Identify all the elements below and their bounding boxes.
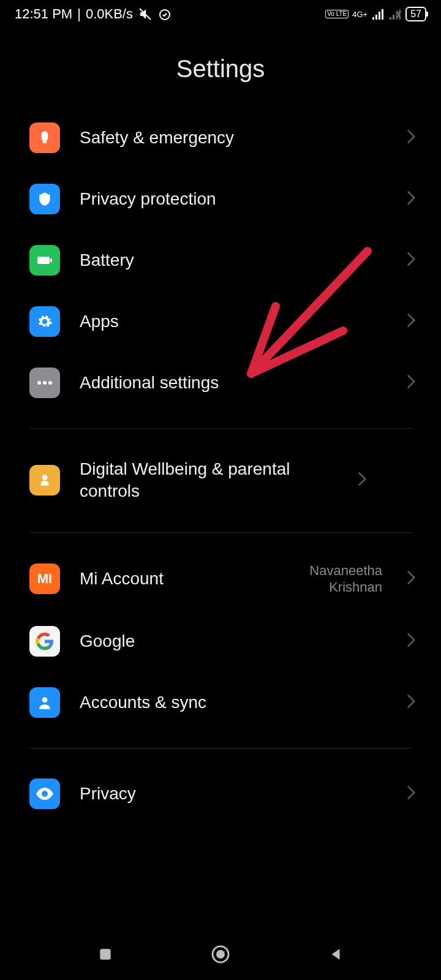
svg-point-12 xyxy=(43,792,47,795)
volte-icon: Vo LTE xyxy=(325,10,349,18)
item-label: Digital Wellbeing & parental controls xyxy=(80,458,337,503)
svg-rect-5 xyxy=(37,257,50,264)
divider xyxy=(29,748,412,748)
item-mi-account[interactable]: MI Mi Account Navaneetha Krishnan xyxy=(0,548,441,611)
svg-rect-4 xyxy=(43,140,47,143)
item-additional-settings[interactable]: Additional settings xyxy=(0,352,441,413)
svg-point-9 xyxy=(48,381,52,385)
svg-rect-6 xyxy=(50,258,52,262)
chevron-right-icon xyxy=(356,471,368,489)
item-privacy[interactable]: Privacy xyxy=(0,763,441,824)
item-apps[interactable]: Apps xyxy=(0,291,441,352)
item-google[interactable]: Google xyxy=(0,611,441,672)
item-battery[interactable]: Battery xyxy=(0,230,441,291)
status-data-rate: 0.0KB/s xyxy=(86,6,133,22)
status-time: 12:51 PM xyxy=(15,6,72,22)
status-right: Vo LTE 4G+ 57 xyxy=(325,7,426,21)
item-label: Battery xyxy=(80,249,386,271)
item-label: Accounts & sync xyxy=(80,692,386,714)
svg-point-15 xyxy=(216,950,225,959)
page-title: Settings xyxy=(0,55,441,83)
item-label: Privacy protection xyxy=(80,188,386,210)
battery-icon: 57 xyxy=(405,7,426,21)
chevron-right-icon xyxy=(405,570,417,588)
item-label: Google xyxy=(80,630,386,652)
item-label: Mi Account xyxy=(80,568,290,590)
svg-point-11 xyxy=(42,697,48,703)
google-icon xyxy=(29,626,60,657)
gear-icon xyxy=(29,306,60,337)
item-safety-emergency[interactable]: Safety & emergency xyxy=(0,107,441,168)
divider xyxy=(29,532,412,533)
chevron-right-icon xyxy=(405,374,417,392)
chevron-right-icon xyxy=(405,693,417,712)
settings-list: Safety & emergency Privacy protection Ba… xyxy=(0,107,441,824)
safety-icon xyxy=(29,123,60,153)
svg-point-8 xyxy=(43,381,47,385)
eye-icon xyxy=(29,778,60,809)
item-label: Safety & emergency xyxy=(80,127,386,149)
chevron-right-icon xyxy=(405,129,417,147)
wellbeing-icon xyxy=(29,465,60,496)
svg-point-10 xyxy=(42,475,48,481)
item-label: Apps xyxy=(80,311,386,333)
nav-back-button[interactable] xyxy=(328,946,344,965)
item-label: Privacy xyxy=(80,783,386,805)
mi-logo-icon: MI xyxy=(29,564,60,594)
chevron-right-icon xyxy=(405,312,417,331)
shield-icon xyxy=(29,184,60,214)
item-digital-wellbeing[interactable]: Digital Wellbeing & parental controls xyxy=(0,443,441,518)
svg-point-7 xyxy=(37,381,41,385)
alarm-icon xyxy=(157,7,172,21)
status-separator: | xyxy=(77,6,81,22)
chevron-right-icon xyxy=(405,190,417,208)
person-icon xyxy=(29,687,60,718)
item-accounts-sync[interactable]: Accounts & sync xyxy=(0,672,441,733)
chevron-right-icon xyxy=(405,251,417,270)
mute-icon xyxy=(138,7,153,21)
item-value: Navaneetha Krishnan xyxy=(309,562,382,596)
signal-sim2-icon xyxy=(388,9,402,20)
status-bar: 12:51 PM | 0.0KB/s Vo LTE 4G+ 57 xyxy=(0,0,441,26)
chevron-right-icon xyxy=(405,785,417,803)
network-type: 4G+ xyxy=(352,10,368,19)
signal-sim1-icon xyxy=(371,9,385,20)
chevron-right-icon xyxy=(405,632,417,650)
battery-icon xyxy=(29,245,60,276)
divider xyxy=(29,428,412,429)
system-nav-bar xyxy=(0,931,441,980)
item-privacy-protection[interactable]: Privacy protection xyxy=(0,168,441,230)
item-label: Additional settings xyxy=(80,372,386,394)
nav-recent-button[interactable] xyxy=(97,946,113,965)
page-header: Settings xyxy=(0,26,441,107)
svg-rect-13 xyxy=(100,949,110,959)
dots-icon xyxy=(29,368,60,398)
status-left: 12:51 PM | 0.0KB/s xyxy=(15,6,172,22)
nav-home-button[interactable] xyxy=(210,944,231,967)
